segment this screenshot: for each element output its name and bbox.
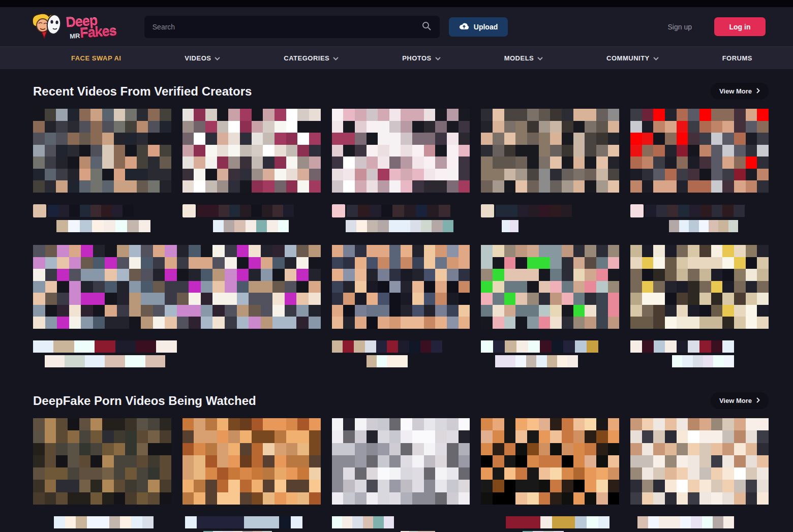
video-thumbnail-pixelated[interactable]: [630, 418, 769, 505]
video-meta: [33, 516, 171, 528]
pixelated-text-strip[interactable]: [347, 205, 450, 217]
video-meta: [481, 204, 619, 232]
video-card: [332, 245, 470, 370]
view-more-button[interactable]: View More: [711, 392, 769, 409]
video-meta-line: [630, 204, 769, 217]
pixelated-text-strip[interactable]: [367, 355, 408, 367]
video-meta-line: [630, 340, 769, 353]
pixelated-text-strip[interactable]: [332, 516, 394, 528]
chevron-right-icon: [756, 397, 760, 404]
video-thumbnail-pixelated[interactable]: [332, 109, 470, 193]
nav-item-photos[interactable]: PHOTOS: [402, 54, 441, 62]
pixelated-text-strip[interactable]: [669, 220, 738, 232]
video-thumbnail-pixelated[interactable]: [481, 109, 619, 193]
pixelated-text-strip[interactable]: [645, 205, 745, 217]
video-meta-line: [332, 516, 470, 528]
nav-item-community[interactable]: COMMUNITY: [606, 54, 659, 62]
creator-avatar[interactable]: [33, 204, 46, 217]
pixelated-text-strip[interactable]: [502, 220, 518, 232]
video-card: [630, 109, 769, 235]
video-card: [630, 245, 769, 370]
video-thumbnail-pixelated[interactable]: [481, 245, 619, 329]
pixelated-text-strip[interactable]: [637, 516, 734, 528]
creator-avatar[interactable]: [630, 204, 644, 217]
video-meta: [332, 204, 470, 232]
video-card: [630, 418, 769, 532]
pixelated-text-strip[interactable]: [213, 220, 289, 232]
video-meta-line: [332, 355, 470, 367]
video-card: [33, 418, 171, 532]
recent-videos-grid-row1: [33, 109, 769, 235]
video-meta: [481, 516, 619, 532]
pixelated-text-strip[interactable]: [54, 516, 154, 528]
chevron-down-icon: [333, 54, 339, 62]
pixelated-text-strip[interactable]: [672, 355, 734, 367]
nav-item-forums[interactable]: FORUMS: [722, 54, 752, 62]
video-meta-line: [182, 516, 321, 528]
video-meta-line: [630, 220, 769, 232]
upload-button[interactable]: Upload: [449, 17, 508, 37]
video-meta-line: [332, 340, 470, 353]
video-card: [481, 418, 619, 532]
video-thumbnail-pixelated[interactable]: [33, 109, 171, 193]
video-card: [332, 418, 470, 532]
section-header-watched: DeepFake Porn Videos Being Watched View …: [33, 392, 769, 409]
view-more-button[interactable]: View More: [711, 83, 769, 100]
video-thumbnail-pixelated[interactable]: [332, 418, 470, 505]
upload-cloud-icon: [459, 22, 469, 32]
video-card: [481, 109, 619, 235]
sign-up-link[interactable]: Sign up: [668, 23, 692, 31]
search-button[interactable]: [420, 20, 433, 34]
video-thumbnail-pixelated[interactable]: [332, 245, 470, 329]
pixelated-text-strip[interactable]: [346, 220, 453, 232]
pixelated-text-strip[interactable]: [45, 355, 166, 367]
logo-word-fakes: Fakes: [79, 25, 116, 39]
video-card: 9 713104 months ago: [182, 418, 321, 532]
creator-avatar[interactable]: [182, 204, 196, 217]
nav-item-videos[interactable]: VIDEOS: [185, 54, 220, 62]
nav-item-models[interactable]: MODELS: [504, 54, 543, 62]
video-meta-line: [33, 355, 321, 367]
video-thumbnail-pixelated[interactable]: [481, 418, 619, 505]
video-meta: [33, 340, 321, 367]
video-meta: [630, 204, 769, 232]
search-input[interactable]: [151, 22, 420, 32]
main-content: Recent Videos From Verified Creators Vie…: [0, 83, 793, 532]
video-thumbnail-pixelated[interactable]: [33, 245, 321, 329]
creator-avatar[interactable]: [481, 204, 494, 217]
nav-item-face-swap-ai[interactable]: FACE SWAP AI: [71, 54, 121, 62]
log-in-button[interactable]: Log in: [714, 17, 766, 36]
pixelated-text-strip[interactable]: [197, 205, 294, 217]
video-meta-line: [481, 355, 619, 367]
video-meta: [630, 516, 769, 528]
pixelated-text-strip[interactable]: [48, 205, 134, 217]
video-meta-line: [33, 516, 171, 528]
video-meta: [332, 340, 470, 367]
video-thumbnail-pixelated[interactable]: [630, 245, 769, 329]
pixelated-text-strip[interactable]: [481, 340, 598, 353]
pixelated-text-strip[interactable]: [495, 355, 578, 367]
chevron-down-icon: [435, 54, 441, 62]
pixelated-text-strip[interactable]: [185, 516, 302, 528]
video-meta-line: [33, 204, 171, 217]
video-meta-line: [332, 220, 470, 232]
site-logo[interactable]: Deep MR Fakes: [30, 11, 116, 43]
video-meta: [481, 340, 619, 367]
pixelated-text-strip[interactable]: [332, 340, 442, 353]
nav-item-categories[interactable]: CATEGORIES: [284, 54, 339, 62]
video-meta-line: [481, 204, 619, 217]
creator-avatar[interactable]: [332, 204, 345, 217]
pixelated-text-strip[interactable]: [506, 516, 609, 528]
video-thumbnail-pixelated[interactable]: [182, 418, 321, 505]
pixelated-text-strip[interactable]: [33, 340, 177, 353]
chevron-down-icon: [653, 54, 659, 62]
video-thumbnail-pixelated[interactable]: [33, 418, 171, 505]
chevron-down-icon: [537, 54, 543, 62]
video-meta: [182, 204, 321, 232]
video-thumbnail-pixelated[interactable]: [630, 109, 769, 193]
pixelated-text-strip[interactable]: [496, 205, 571, 217]
pixelated-text-strip[interactable]: [56, 220, 150, 232]
pixelated-text-strip[interactable]: [630, 340, 734, 353]
video-meta-line: [481, 340, 619, 353]
video-thumbnail-pixelated[interactable]: [182, 109, 321, 193]
